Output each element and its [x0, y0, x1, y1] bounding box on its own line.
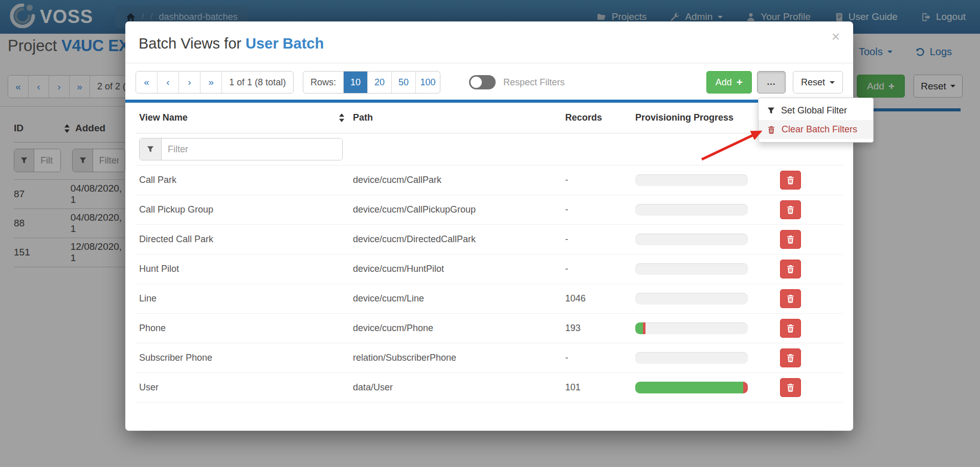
view-name-cell: Phone: [136, 323, 353, 334]
view-name-cell: Line: [136, 293, 353, 304]
view-name-cell: Call Park: [136, 175, 353, 185]
trash-icon: [767, 126, 775, 134]
delete-view-button[interactable]: [780, 378, 801, 397]
add-view-button[interactable]: Add +: [706, 71, 752, 94]
progress-success-segment: [635, 322, 643, 334]
sort-icon: [339, 113, 345, 122]
path-cell: device/cucm/DirectedCallPark: [353, 234, 565, 245]
filter-icon: [767, 107, 775, 114]
delete-view-button[interactable]: [780, 171, 801, 190]
provisioning-progress-bar: [635, 293, 748, 305]
modal-toolbar: « ‹ › » 1 of 1 (8 total) Rows: 10 20 50 …: [125, 63, 853, 100]
modal-title-prefix: Batch Views for: [139, 35, 246, 52]
view-name-filter-row: [136, 133, 843, 166]
respect-filters-label: Respect Filters: [503, 77, 565, 88]
view-name-cell: Directed Call Park: [136, 234, 353, 245]
clear-batch-filters-item[interactable]: Clear Batch Filters: [759, 120, 873, 139]
batch-views-modal: Batch Views for User Batch × « ‹ › » 1 o…: [125, 21, 853, 431]
records-cell: -: [565, 353, 635, 363]
path-cell: device/cucm/Line: [353, 293, 565, 304]
rows-option-100[interactable]: 100: [416, 72, 440, 93]
records-cell: -: [565, 175, 635, 185]
path-cell: device/cucm/HuntPilot: [353, 264, 565, 274]
first-page-button[interactable]: «: [136, 72, 158, 93]
toggle-knob: [471, 77, 482, 88]
delete-view-button[interactable]: [780, 200, 801, 219]
rows-label: Rows:: [303, 72, 344, 93]
table-row: Hunt Pilot device/cucm/HuntPilot -: [136, 254, 843, 284]
plus-icon: +: [737, 76, 743, 88]
close-icon[interactable]: ×: [832, 29, 840, 45]
more-actions-dropdown: Set Global Filter Clear Batch Filters: [758, 98, 874, 143]
view-name-cell: Subscriber Phone: [136, 353, 353, 363]
records-cell: -: [565, 204, 635, 215]
next-page-button[interactable]: ›: [179, 72, 201, 93]
more-actions-button[interactable]: ...: [757, 71, 786, 94]
path-cell: data/User: [353, 382, 565, 393]
last-page-button[interactable]: »: [201, 72, 222, 93]
delete-view-button[interactable]: [780, 260, 801, 278]
batch-views-table-body: Call Park device/cucm/CallPark - Call Pi…: [136, 166, 843, 403]
previous-page-button[interactable]: ‹: [158, 72, 179, 93]
view-name-cell: Hunt Pilot: [136, 264, 353, 274]
delete-view-button[interactable]: [780, 230, 801, 249]
trash-icon: [786, 354, 795, 362]
trash-icon: [786, 235, 795, 244]
column-header-path: Path: [353, 112, 565, 123]
records-cell: 1046: [565, 293, 635, 304]
records-cell: 101: [565, 382, 635, 393]
records-cell: -: [565, 264, 635, 274]
table-row: Subscriber Phone relation/SubscriberPhon…: [136, 343, 843, 373]
table-row: Phone device/cucm/Phone 193: [136, 314, 843, 343]
path-cell: device/cucm/CallPickupGroup: [353, 204, 565, 215]
rows-option-50[interactable]: 50: [392, 72, 416, 93]
delete-view-button[interactable]: [780, 289, 801, 308]
path-cell: device/cucm/Phone: [353, 323, 565, 334]
records-cell: 193: [565, 323, 635, 334]
modal-title: Batch Views for User Batch: [139, 35, 840, 52]
chevron-down-icon: [830, 81, 835, 84]
table-row: Call Park device/cucm/CallPark -: [136, 166, 843, 195]
provisioning-progress-bar: [635, 322, 748, 334]
trash-icon: [786, 176, 795, 184]
reset-button[interactable]: Reset: [793, 71, 843, 94]
provisioning-progress-bar: [635, 263, 748, 275]
trash-icon: [786, 294, 795, 303]
filter-icon[interactable]: [140, 138, 162, 160]
add-label: Add: [716, 77, 732, 88]
progress-error-segment: [643, 322, 645, 334]
progress-success-segment: [635, 382, 743, 393]
view-name-header-label: View Name: [139, 112, 188, 123]
reset-label: Reset: [801, 77, 825, 88]
trash-icon: [786, 324, 795, 333]
modal-title-batch-name: User Batch: [246, 35, 324, 52]
column-header-view-name[interactable]: View Name: [136, 112, 353, 123]
provisioning-progress-bar: [635, 233, 748, 245]
trash-icon: [786, 383, 795, 392]
view-name-filter-input[interactable]: [162, 138, 342, 160]
provisioning-progress-bar: [635, 382, 748, 393]
page-status: 1 of 1 (8 total): [222, 72, 293, 93]
delete-view-button[interactable]: [780, 319, 801, 338]
batch-views-table-header: View Name Path Records Provisioning Prog…: [136, 103, 843, 133]
rows-option-20[interactable]: 20: [368, 72, 392, 93]
respect-filters-toggle[interactable]: [469, 75, 496, 89]
table-row: Line device/cucm/Line 1046: [136, 284, 843, 314]
set-global-filter-item[interactable]: Set Global Filter: [759, 101, 873, 120]
provisioning-progress-bar: [635, 204, 748, 216]
rows-option-10[interactable]: 10: [344, 72, 368, 93]
view-name-filter-group: [139, 138, 343, 160]
table-row: Directed Call Park device/cucm/DirectedC…: [136, 225, 843, 254]
provisioning-progress-bar: [635, 352, 748, 364]
trash-icon: [786, 265, 795, 273]
progress-error-segment: [743, 382, 748, 393]
table-row: Call Pickup Group device/cucm/CallPickup…: [136, 195, 843, 225]
provisioning-progress-bar: [635, 174, 748, 186]
batch-views-table: View Name Path Records Provisioning Prog…: [125, 103, 853, 403]
trash-icon: [786, 205, 795, 214]
view-name-cell: User: [136, 382, 353, 393]
table-row: User data/User 101: [136, 373, 843, 403]
clear-batch-filters-label: Clear Batch Filters: [782, 124, 857, 135]
delete-view-button[interactable]: [780, 348, 801, 367]
rows-per-page-selector: Rows: 10 20 50 100: [303, 71, 440, 94]
